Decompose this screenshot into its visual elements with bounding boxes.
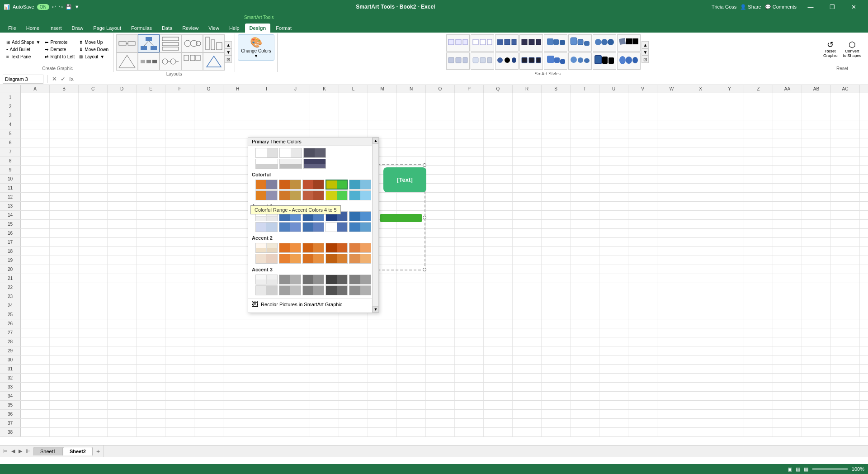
cell-18-22[interactable] bbox=[657, 247, 686, 256]
cell-8-27[interactable] bbox=[802, 156, 831, 165]
cell-22-2[interactable] bbox=[79, 283, 108, 292]
cell-33-2[interactable] bbox=[79, 383, 108, 391]
cell-38-12[interactable] bbox=[368, 428, 397, 436]
cell-22-24[interactable] bbox=[715, 283, 744, 292]
cell-34-10[interactable] bbox=[310, 392, 339, 400]
cell-20-1[interactable] bbox=[50, 265, 79, 274]
cell-14-24[interactable] bbox=[715, 211, 744, 219]
cell-38-27[interactable] bbox=[802, 428, 831, 436]
cell-26-11[interactable] bbox=[339, 319, 368, 328]
cell-26-23[interactable] bbox=[686, 319, 715, 328]
cell-17-20[interactable] bbox=[599, 238, 628, 246]
cell-1-18[interactable] bbox=[542, 93, 571, 102]
cell-21-4[interactable] bbox=[137, 274, 165, 283]
col-header-A[interactable]: A bbox=[21, 85, 50, 93]
cell-32-9[interactable] bbox=[281, 374, 310, 382]
hscrollbar[interactable] bbox=[104, 446, 868, 457]
smartart-styles-expand[interactable]: ⊡ bbox=[642, 56, 649, 63]
save-icon[interactable]: 💾 bbox=[66, 4, 72, 10]
cell-4-14[interactable] bbox=[426, 120, 455, 129]
col-header-L[interactable]: L bbox=[339, 85, 368, 93]
accent2-swatch-10[interactable] bbox=[349, 254, 371, 264]
cell-8-5[interactable] bbox=[165, 156, 194, 165]
cell-16-17[interactable] bbox=[513, 229, 542, 237]
cell-35-2[interactable] bbox=[79, 401, 108, 409]
cell-27-27[interactable] bbox=[802, 328, 831, 337]
cell-1-11[interactable] bbox=[339, 93, 368, 102]
cell-5-16[interactable] bbox=[484, 129, 513, 138]
cell-23-20[interactable] bbox=[599, 292, 628, 301]
cell-7-21[interactable] bbox=[628, 147, 657, 156]
cell-38-4[interactable] bbox=[137, 428, 165, 436]
cell-20-15[interactable] bbox=[455, 265, 484, 274]
cell-16-14[interactable] bbox=[426, 229, 455, 237]
cell-37-21[interactable] bbox=[628, 419, 657, 427]
cell-32-13[interactable] bbox=[397, 374, 426, 382]
cell-22-6[interactable] bbox=[194, 283, 223, 292]
cell-12-25[interactable] bbox=[744, 193, 773, 201]
cell-26-12[interactable] bbox=[368, 319, 397, 328]
cell-14-2[interactable] bbox=[79, 211, 108, 219]
cell-15-26[interactable] bbox=[773, 220, 802, 228]
cell-22-26[interactable] bbox=[773, 283, 802, 292]
cell-23-28[interactable] bbox=[831, 292, 860, 301]
cell-17-25[interactable] bbox=[744, 238, 773, 246]
cell-3-19[interactable] bbox=[571, 111, 599, 120]
cell-7-4[interactable] bbox=[137, 147, 165, 156]
row-num-27[interactable]: 27 bbox=[0, 328, 21, 337]
cell-2-3[interactable] bbox=[108, 102, 137, 111]
cell-3-24[interactable] bbox=[715, 111, 744, 120]
cell-2-5[interactable] bbox=[165, 102, 194, 111]
cell-7-24[interactable] bbox=[715, 147, 744, 156]
cell-23-27[interactable] bbox=[802, 292, 831, 301]
cell-38-2[interactable] bbox=[79, 428, 108, 436]
cell-27-25[interactable] bbox=[744, 328, 773, 337]
cell-19-2[interactable] bbox=[79, 256, 108, 265]
cell-26-19[interactable] bbox=[571, 319, 599, 328]
cell-11-24[interactable] bbox=[715, 184, 744, 192]
accent2-swatch-8[interactable] bbox=[302, 254, 325, 264]
cell-26-10[interactable] bbox=[310, 319, 339, 328]
colorful-swatch-1[interactable] bbox=[255, 180, 278, 190]
cell-2-14[interactable] bbox=[426, 102, 455, 111]
cell-22-5[interactable] bbox=[165, 283, 194, 292]
cell-32-0[interactable] bbox=[21, 374, 50, 382]
colorful-swatch-10[interactable] bbox=[349, 190, 371, 200]
cell-29-1[interactable] bbox=[50, 346, 79, 355]
cell-19-16[interactable] bbox=[484, 256, 513, 265]
tab-data[interactable]: Data bbox=[157, 24, 177, 33]
cell-21-3[interactable] bbox=[108, 274, 137, 283]
customize-icon[interactable]: ▼ bbox=[75, 4, 80, 9]
cell-11-1[interactable] bbox=[50, 184, 79, 192]
cell-22-25[interactable] bbox=[744, 283, 773, 292]
col-header-AA[interactable]: AA bbox=[773, 85, 802, 93]
cell-8-1[interactable] bbox=[50, 156, 79, 165]
cell-1-2[interactable] bbox=[79, 93, 108, 102]
cell-33-10[interactable] bbox=[310, 383, 339, 391]
accent1-swatch-4[interactable] bbox=[326, 211, 348, 221]
colorful-swatch-9[interactable] bbox=[326, 190, 348, 200]
cell-24-13[interactable] bbox=[397, 301, 426, 310]
cell-28-10[interactable] bbox=[310, 337, 339, 346]
cell-10-3[interactable] bbox=[108, 175, 137, 183]
layout-item-10[interactable] bbox=[203, 52, 225, 71]
cell-13-16[interactable] bbox=[484, 202, 513, 210]
layout-item-8[interactable] bbox=[160, 52, 181, 71]
cell-22-0[interactable] bbox=[21, 283, 50, 292]
row-num-34[interactable]: 34 bbox=[0, 392, 21, 400]
accent3-swatch-9[interactable] bbox=[326, 285, 348, 295]
col-header-B[interactable]: B bbox=[50, 85, 79, 93]
cell-22-18[interactable] bbox=[542, 283, 571, 292]
cell-3-14[interactable] bbox=[426, 111, 455, 120]
cell-16-28[interactable] bbox=[831, 229, 860, 237]
cell-38-0[interactable] bbox=[21, 428, 50, 436]
cell-26-18[interactable] bbox=[542, 319, 571, 328]
cell-1-13[interactable] bbox=[397, 93, 426, 102]
cell-38-20[interactable] bbox=[599, 428, 628, 436]
cell-16-2[interactable] bbox=[79, 229, 108, 237]
cell-10-6[interactable] bbox=[194, 175, 223, 183]
cell-28-20[interactable] bbox=[599, 337, 628, 346]
cell-35-16[interactable] bbox=[484, 401, 513, 409]
cell-35-22[interactable] bbox=[657, 401, 686, 409]
colorful-swatch-6[interactable] bbox=[255, 190, 278, 200]
